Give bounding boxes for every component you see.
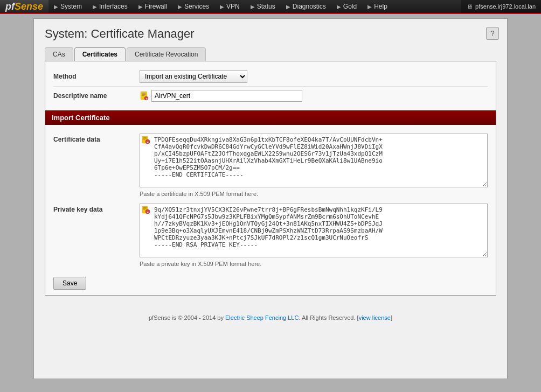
main-outer: System: Certificate Manager ? CAs Certif… [0,14,541,392]
cert-small-icon: ★ [140,91,149,101]
svg-rect-9 [143,139,145,140]
svg-rect-2 [142,94,146,95]
globe-icon: 🖥 [467,3,473,10]
private-key-icon: ★ [142,206,150,214]
private-key-label: Private key data [53,204,140,213]
private-key-textarea-wrapper: ★ 9q/XQ51zr3tnxjYV5CX3KI26vPwne7trr8j+BP… [140,204,488,259]
private-key-hint: Paste a private key in X.509 PEM format … [140,261,488,267]
footer-view-license-link[interactable]: view license [359,314,391,321]
certificate-data-control: ★ TPDQFEseqqDu4XRkngiva8XaG3n6p1txKbTCF8… [140,134,488,197]
help-icon[interactable]: ? [486,27,499,40]
method-control: Import an existing CertificateCreate an … [140,70,488,83]
footer: pfSense is © 2004 - 2014 by Electric She… [45,306,496,329]
method-label: Method [53,73,140,80]
descriptive-name-row: Descriptive name ★ [53,87,488,105]
nav-items: ▶System ▶Interfaces ▶Firewall ▶Services … [48,0,461,13]
certificate-data-hint: Paste a certificate in X.509 PEM format … [140,191,488,197]
main-container: System: Certificate Manager ? CAs Certif… [33,18,508,379]
svg-rect-1 [142,93,146,93]
descriptive-name-input[interactable] [151,90,302,102]
logo-text: pfSense [5,1,43,12]
page-title: System: Certificate Manager [45,27,496,41]
cert-textarea-wrapper: ★ TPDQFEseqqDu4XRkngiva8XaG3n6p1txKbTCF8… [140,134,488,189]
tabs: CAs Certificates Certificate Revocation [45,47,496,61]
nav-item-status[interactable]: ▶Status [245,0,281,13]
footer-middle: is © 2004 - 2014 by [170,314,225,321]
svg-rect-7 [143,137,147,138]
top-navigation: pfSense ▶System ▶Interfaces ▶Firewall ▶S… [0,0,541,14]
tab-certificates[interactable]: Certificates [74,47,126,61]
nav-item-help[interactable]: ▶Help [362,0,393,13]
logo[interactable]: pfSense [0,0,48,13]
footer-after: . All Rights Reserved. [ [299,314,358,321]
nav-item-interfaces[interactable]: ▶Interfaces [87,0,133,13]
nav-item-firewall[interactable]: ▶Firewall [133,0,172,13]
nav-item-system[interactable]: ▶System [48,0,87,13]
private-key-row: Private key data ★ 9q/XQ51zr3tn [53,200,488,270]
private-key-textarea[interactable]: 9q/XQ51zr3tnxjYV5CX3KI26vPwne7trr8j+BP6g… [140,204,488,257]
svg-rect-15 [143,209,145,210]
descriptive-name-control: ★ [140,90,488,102]
form-section: Method Import an existing CertificateCre… [45,61,496,110]
svg-rect-14 [143,208,147,209]
content-panel: Method Import an existing CertificateCre… [45,61,496,296]
descriptive-name-label: Descriptive name [53,92,140,100]
save-row: Save [53,275,488,290]
import-certificate-header: Import Certificate [45,110,496,125]
svg-rect-13 [143,207,147,208]
hostname: pfsense.irj972.local.lan [475,3,536,10]
footer-company-link[interactable]: Electric Sheep Fencing LLC [225,314,299,321]
nav-item-gold[interactable]: ▶Gold [331,0,362,13]
tab-cas[interactable]: CAs [45,47,73,61]
cert-data-icon: ★ [142,136,150,144]
private-key-control: ★ 9q/XQ51zr3tnxjYV5CX3KI26vPwne7trr8j+BP… [140,204,488,267]
svg-rect-8 [143,138,147,139]
nav-item-vpn[interactable]: ▶VPN [214,0,245,13]
footer-close-bracket: ] [391,314,392,321]
certificate-data-row: Certificate data ★ TPDQFEseqqDu [53,130,488,200]
method-row: Method Import an existing CertificateCre… [53,67,488,87]
nav-item-services[interactable]: ▶Services [172,0,214,13]
hostname-area: 🖥 pfsense.irj972.local.lan [461,0,541,13]
save-button[interactable]: Save [53,277,86,290]
method-select[interactable]: Import an existing CertificateCreate an … [140,70,247,83]
certificate-data-label: Certificate data [53,134,140,143]
import-section: Certificate data ★ TPDQFEseqqDu [45,125,496,295]
footer-pfsense: pfSense [149,314,170,321]
nav-item-diagnostics[interactable]: ▶Diagnostics [281,0,331,13]
input-with-icon: ★ [140,90,488,102]
certificate-data-textarea[interactable]: TPDQFEseqqDu4XRkngiva8XaG3n6p1txKbTCF8of… [140,134,488,187]
svg-rect-3 [142,95,145,96]
tab-certificate-revocation[interactable]: Certificate Revocation [127,47,206,61]
